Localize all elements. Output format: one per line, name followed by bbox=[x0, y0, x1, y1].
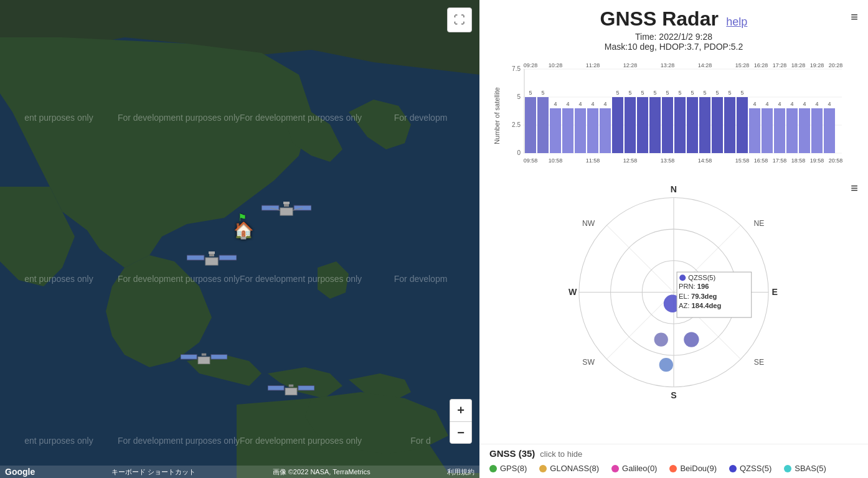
svg-text:16:58: 16:58 bbox=[754, 157, 768, 164]
satellite-icon-4 bbox=[268, 380, 314, 403]
svg-text:4: 4 bbox=[753, 101, 756, 107]
svg-text:15:58: 15:58 bbox=[735, 157, 750, 164]
svg-text:09:28: 09:28 bbox=[524, 62, 538, 68]
svg-text:5: 5 bbox=[715, 90, 719, 96]
watermark-text: For development purposes only bbox=[240, 274, 362, 284]
svg-rect-50 bbox=[649, 97, 661, 153]
svg-text:N: N bbox=[671, 184, 677, 194]
svg-rect-56 bbox=[687, 97, 698, 153]
watermark-text: For development purposes only bbox=[118, 274, 240, 284]
svg-text:10:28: 10:28 bbox=[549, 62, 563, 68]
svg-rect-48 bbox=[637, 97, 648, 153]
svg-text:5: 5 bbox=[740, 90, 743, 96]
svg-text:16:28: 16:28 bbox=[754, 62, 768, 68]
map-footer: Google キーボード ショートカット 画像 ©2022 NASA, Terr… bbox=[0, 466, 479, 478]
svg-rect-4 bbox=[284, 204, 289, 207]
legend-item-glonass[interactable]: GLONASS(8) bbox=[539, 464, 599, 473]
svg-rect-76 bbox=[811, 108, 823, 153]
sbas-label: SBAS(5) bbox=[795, 464, 826, 473]
svg-rect-12 bbox=[209, 251, 215, 254]
svg-text:5: 5 bbox=[678, 90, 681, 96]
satellite-icon-1 bbox=[262, 199, 311, 224]
svg-text:5: 5 bbox=[529, 90, 532, 96]
svg-text:11:58: 11:58 bbox=[586, 157, 600, 164]
svg-text:5: 5 bbox=[641, 90, 644, 96]
svg-text:20:58: 20:58 bbox=[829, 157, 843, 164]
sat-dot-3[interactable] bbox=[684, 332, 699, 347]
legend: GNSS (35) click to hide GPS(8) GLONASS(8… bbox=[479, 444, 868, 478]
svg-text:QZSS(5): QZSS(5) bbox=[688, 274, 715, 281]
watermark-row-1: ent purposes only For development purpos… bbox=[0, 113, 479, 123]
svg-text:4: 4 bbox=[591, 101, 594, 107]
qzss-color-dot bbox=[729, 465, 737, 472]
watermark-text: ent purposes only bbox=[0, 274, 118, 284]
svg-rect-10 bbox=[219, 255, 237, 260]
qzss-label: QZSS(5) bbox=[740, 464, 771, 473]
svg-text:14:28: 14:28 bbox=[698, 62, 712, 68]
galileo-label: Galileo(0) bbox=[622, 464, 657, 473]
svg-text:NW: NW bbox=[582, 219, 595, 228]
legend-click-button[interactable]: click to hide bbox=[540, 449, 582, 459]
fullscreen-button[interactable]: ⛶ bbox=[447, 7, 472, 32]
legend-item-galileo[interactable]: Galileo(0) bbox=[611, 464, 657, 473]
glonass-color-dot bbox=[539, 465, 547, 472]
galileo-color-dot bbox=[611, 465, 619, 472]
legend-title: GNSS (35) bbox=[489, 448, 535, 459]
map-panel: ent purposes only For development purpos… bbox=[0, 0, 479, 478]
zoom-in-button[interactable]: + bbox=[450, 399, 472, 421]
svg-text:4: 4 bbox=[554, 101, 557, 107]
svg-text:13:28: 13:28 bbox=[661, 62, 675, 68]
svg-text:14:58: 14:58 bbox=[698, 157, 712, 164]
svg-rect-70 bbox=[774, 108, 785, 153]
legend-item-beidou[interactable]: BeiDou(9) bbox=[669, 464, 717, 473]
svg-rect-11 bbox=[209, 254, 214, 256]
bar-chart-container: Number of satellite 0 2.5 5 7.5 5 5 bbox=[479, 54, 868, 179]
gnss-help-link[interactable]: help bbox=[726, 16, 747, 28]
svg-rect-64 bbox=[737, 97, 748, 153]
svg-rect-13 bbox=[198, 357, 210, 363]
svg-rect-68 bbox=[762, 108, 773, 153]
legend-item-qzss[interactable]: QZSS(5) bbox=[729, 464, 771, 473]
sat-dot-4[interactable] bbox=[659, 358, 673, 372]
svg-text:13:58: 13:58 bbox=[661, 157, 675, 164]
svg-rect-52 bbox=[662, 97, 673, 153]
svg-rect-30 bbox=[525, 97, 536, 153]
y-axis-label: Number of satellite bbox=[493, 87, 501, 144]
beidou-label: BeiDou(9) bbox=[680, 464, 717, 473]
keyboard-shortcut[interactable]: キーボード ショートカット bbox=[111, 467, 196, 477]
svg-rect-40 bbox=[587, 108, 598, 153]
svg-rect-78 bbox=[824, 108, 835, 153]
terms-link[interactable]: 利用規約 bbox=[447, 467, 474, 477]
svg-text:4: 4 bbox=[603, 101, 606, 107]
svg-text:PRN: 196: PRN: 196 bbox=[679, 283, 709, 290]
svg-text:4: 4 bbox=[803, 101, 806, 107]
svg-rect-66 bbox=[749, 108, 760, 153]
svg-text:5: 5 bbox=[653, 90, 656, 96]
svg-text:19:28: 19:28 bbox=[810, 62, 824, 68]
svg-rect-1 bbox=[280, 208, 293, 215]
svg-rect-5 bbox=[283, 202, 290, 204]
svg-text:15:28: 15:28 bbox=[735, 62, 750, 68]
gps-label: GPS(8) bbox=[500, 464, 527, 473]
svg-rect-8 bbox=[205, 258, 218, 265]
google-logo: Google bbox=[5, 467, 35, 477]
svg-rect-17 bbox=[285, 388, 297, 395]
header-menu-icon[interactable]: ≡ bbox=[851, 10, 858, 24]
sat-dot-2[interactable] bbox=[654, 332, 668, 346]
svg-rect-14 bbox=[181, 355, 197, 360]
zoom-out-button[interactable]: − bbox=[450, 421, 472, 444]
radar-menu-icon[interactable]: ≡ bbox=[851, 181, 858, 195]
watermark-row-3: ent purposes only For development purpos… bbox=[0, 436, 479, 446]
svg-rect-20 bbox=[289, 385, 294, 387]
gnss-mask: Mask:10 deg, HDOP:3.7, PDOP:5.2 bbox=[479, 42, 868, 52]
svg-rect-32 bbox=[537, 97, 549, 153]
legend-item-sbas[interactable]: SBAS(5) bbox=[784, 464, 826, 473]
satellite-icon-2 bbox=[187, 249, 237, 274]
svg-text:0: 0 bbox=[517, 149, 521, 156]
svg-text:12:58: 12:58 bbox=[623, 157, 638, 164]
svg-rect-15 bbox=[211, 355, 227, 360]
gnss-title: GNSS Radar bbox=[600, 7, 719, 30]
svg-text:SE: SE bbox=[754, 358, 764, 367]
image-credit: 画像 ©2022 NASA, TerraMetrics bbox=[273, 467, 370, 477]
legend-item-gps[interactable]: GPS(8) bbox=[489, 464, 527, 473]
